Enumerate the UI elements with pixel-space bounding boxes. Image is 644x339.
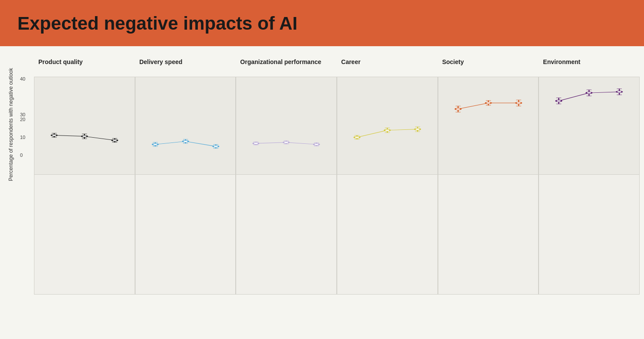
svg-point-74 — [456, 108, 460, 110]
panel-title-2: Organizational performance — [236, 55, 337, 77]
panel-plot-3 — [337, 77, 438, 158]
svg-point-101 — [617, 91, 621, 92]
svg-line-18 — [186, 141, 216, 146]
svg-point-67 — [416, 129, 420, 130]
y-axis-label: Percentage of respondents with negative … — [8, 68, 15, 181]
chart-panel-1: Delivery speed — [135, 55, 236, 158]
y-tick-40: 40 — [20, 77, 32, 81]
svg-point-79 — [486, 102, 490, 104]
svg-line-68 — [458, 103, 488, 109]
svg-point-6 — [52, 135, 56, 136]
panel-plot-2 — [236, 77, 337, 158]
svg-point-57 — [355, 137, 359, 138]
svg-line-1 — [85, 136, 115, 140]
svg-line-85 — [559, 93, 590, 101]
y-tick-0: 0 — [20, 153, 32, 158]
y-axis-label-container: Percentage of respondents with negative … — [4, 68, 18, 181]
svg-point-50 — [315, 144, 319, 145]
svg-point-84 — [516, 102, 520, 104]
svg-line-17 — [155, 141, 186, 144]
panel-title-3: Career — [337, 55, 438, 77]
svg-point-45 — [285, 142, 288, 143]
svg-line-86 — [589, 92, 620, 93]
svg-line-0 — [54, 135, 85, 136]
svg-line-34 — [256, 142, 287, 143]
chart-area: Percentage of respondents with negative … — [0, 46, 644, 186]
svg-line-35 — [286, 142, 317, 145]
y-tick-20: 20 — [20, 117, 32, 122]
chart-panel-3: Career — [337, 55, 438, 158]
svg-point-33 — [214, 146, 217, 147]
panel-plot-0 — [34, 77, 135, 158]
page-title: Expected negative impacts of AI — [17, 13, 627, 34]
svg-point-16 — [113, 140, 117, 141]
chart-panel-2: Organizational performance — [236, 55, 337, 158]
panel-plot-1 — [135, 77, 236, 158]
chart-panel-0: Product quality — [34, 55, 135, 158]
charts-row: Product qualityDelivery speedOrganizatio… — [34, 55, 640, 158]
panel-plot-5 — [539, 77, 640, 158]
header: Expected negative impacts of AI — [0, 0, 644, 46]
y-tick-10: 10 — [20, 135, 32, 140]
chart-panel-5: Environment — [539, 55, 640, 158]
svg-point-96 — [587, 92, 591, 94]
panel-plot-4 — [438, 77, 539, 158]
svg-point-62 — [385, 129, 389, 131]
svg-point-11 — [82, 136, 86, 137]
svg-point-23 — [153, 144, 157, 145]
svg-point-40 — [254, 143, 258, 144]
panel-title-5: Environment — [539, 55, 640, 77]
svg-line-51 — [357, 130, 387, 137]
svg-line-52 — [387, 129, 418, 130]
panel-title-4: Society — [438, 55, 539, 77]
svg-point-91 — [557, 100, 561, 102]
panel-title-0: Product quality — [34, 55, 135, 77]
chart-panel-4: Society — [438, 55, 539, 158]
panel-title-1: Delivery speed — [135, 55, 236, 77]
svg-point-28 — [183, 141, 187, 142]
